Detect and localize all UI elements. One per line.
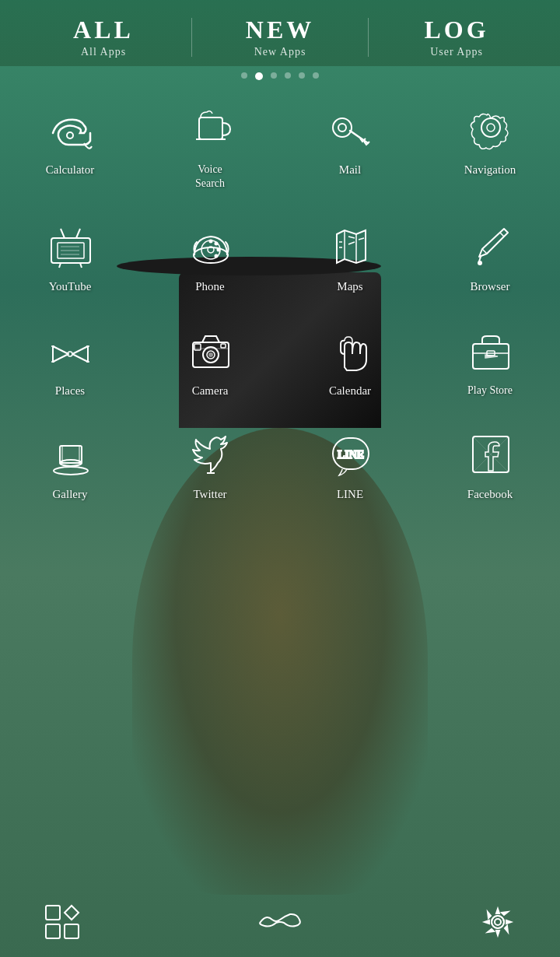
svg-point-2 (333, 118, 352, 137)
line-icon: LINE (319, 426, 381, 481)
svg-point-8 (194, 247, 228, 263)
places-icon (39, 323, 101, 377)
app-places[interactable]: Places (0, 310, 140, 415)
twitter-icon (179, 426, 241, 481)
voice-search-icon (179, 102, 241, 156)
app-line[interactable]: LINE LINE (280, 414, 420, 518)
calendar-icon (319, 323, 381, 377)
svg-point-3 (338, 124, 346, 131)
facebook-icon (459, 426, 521, 481)
svg-rect-22 (194, 344, 201, 350)
pagination-dots (0, 66, 560, 89)
svg-point-11 (209, 240, 212, 243)
tab-all[interactable]: ALL All Apps (16, 16, 191, 58)
phone-label: Phone (195, 279, 225, 295)
app-row-2: YouTube (0, 206, 560, 310)
tab-all-title: ALL (73, 16, 134, 44)
app-youtube[interactable]: YouTube (0, 206, 140, 310)
app-calendar[interactable]: Calendar (280, 310, 420, 415)
svg-point-5 (487, 124, 495, 131)
app-facebook[interactable]: Facebook (420, 414, 560, 518)
app-calculator[interactable]: Calculator (0, 89, 140, 206)
navigation-label: Navigation (464, 163, 516, 178)
dot-1[interactable] (241, 72, 247, 79)
app-maps[interactable]: Maps (280, 206, 420, 310)
app-gallery[interactable]: Gallery (0, 414, 140, 518)
app-play-store[interactable]: Play Store (420, 310, 560, 415)
browser-icon (459, 219, 521, 273)
browser-label: Browser (471, 279, 510, 295)
app-row-4: Gallery Twitter LINE (0, 414, 560, 518)
voice-search-label: Voice Search (195, 163, 225, 191)
mustache-button[interactable] (257, 899, 303, 945)
calendar-label: Calendar (329, 384, 371, 399)
tab-log[interactable]: LOG User Apps (369, 16, 544, 58)
app-twitter[interactable]: Twitter (140, 414, 280, 518)
maps-icon (319, 219, 381, 273)
svg-point-13 (217, 249, 219, 251)
svg-point-20 (209, 353, 212, 356)
app-navigation[interactable]: Navigation (420, 89, 560, 206)
svg-point-35 (492, 916, 504, 928)
dot-6[interactable] (313, 72, 319, 79)
youtube-label: YouTube (49, 279, 92, 295)
tab-new-subtitle: New Apps (254, 46, 306, 58)
tab-log-subtitle: User Apps (430, 46, 483, 58)
tab-all-subtitle: All Apps (81, 46, 126, 58)
app-mail[interactable]: Mail (280, 89, 420, 206)
app-row-1: Calculator Voice Search (0, 89, 560, 206)
svg-rect-33 (65, 924, 79, 938)
camera-icon (179, 323, 241, 377)
tab-log-title: LOG (424, 16, 488, 44)
calculator-label: Calculator (46, 163, 94, 178)
svg-point-36 (495, 919, 501, 925)
header: ALL All Apps NEW New Apps LOG User Apps (0, 0, 560, 66)
navigation-icon (459, 102, 521, 156)
bottom-bar (0, 887, 560, 957)
svg-point-25 (54, 467, 88, 475)
twitter-label: Twitter (193, 487, 226, 503)
places-label: Places (55, 384, 85, 399)
app-row-3: Places Camera (0, 310, 560, 415)
svg-point-0 (67, 132, 73, 138)
svg-rect-31 (46, 906, 60, 920)
line-label: LINE (337, 487, 363, 503)
gallery-label: Gallery (53, 487, 88, 503)
svg-rect-1 (199, 117, 222, 139)
main-container: ALL All Apps NEW New Apps LOG User Apps (0, 0, 560, 957)
settings-button[interactable] (474, 899, 521, 945)
play-store-label: Play Store (467, 384, 513, 398)
app-browser[interactable]: Browser (420, 206, 560, 310)
tab-new-title: NEW (246, 16, 314, 44)
svg-point-12 (215, 243, 217, 245)
tab-new[interactable]: NEW New Apps (192, 16, 368, 58)
maps-label: Maps (337, 279, 362, 295)
svg-point-14 (215, 255, 217, 258)
dot-3[interactable] (271, 72, 277, 79)
calculator-icon (39, 102, 101, 156)
mail-label: Mail (339, 163, 361, 178)
mail-icon (319, 102, 381, 156)
svg-point-15 (478, 261, 481, 265)
facebook-label: Facebook (467, 487, 513, 503)
svg-text:LINE: LINE (337, 449, 363, 461)
camera-label: Camera (192, 384, 229, 399)
grid-button[interactable] (39, 899, 86, 945)
play-store-icon (459, 323, 521, 377)
phone-icon (179, 219, 241, 273)
svg-rect-32 (46, 924, 60, 938)
gallery-icon (39, 426, 101, 481)
svg-rect-21 (221, 344, 226, 348)
app-phone[interactable]: Phone (140, 206, 280, 310)
dot-2[interactable] (255, 72, 263, 80)
dot-5[interactable] (299, 72, 305, 79)
svg-point-4 (481, 118, 500, 137)
dot-4[interactable] (285, 72, 291, 79)
app-voice-search[interactable]: Voice Search (140, 89, 280, 206)
app-camera[interactable]: Camera (140, 310, 280, 415)
youtube-icon (39, 219, 101, 273)
